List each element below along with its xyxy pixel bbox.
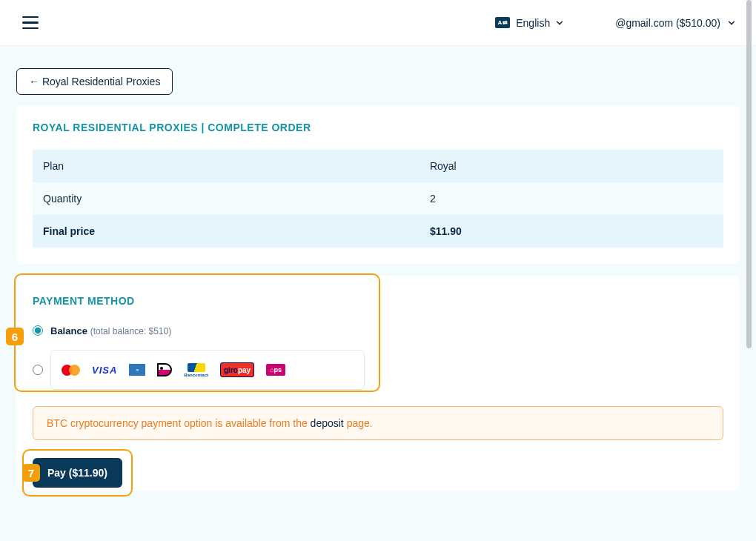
quantity-label: Quantity — [33, 182, 420, 215]
balance-option-label: Balance — [50, 325, 87, 336]
alert-prefix: BTC cryptocurrency payment option is ava… — [47, 417, 311, 429]
vertical-scrollbar[interactable] — [746, 0, 752, 541]
scrollbar-thumb[interactable] — [746, 0, 752, 348]
card-radio[interactable] — [33, 365, 43, 375]
page-body: ← Royal Residential Proxies ROYAL RESIDE… — [0, 46, 756, 491]
alert-suffix: page. — [344, 417, 373, 429]
back-button[interactable]: ← Royal Residential Proxies — [16, 68, 173, 95]
balance-option-sub: (total balance: $510) — [90, 326, 171, 336]
eps-icon: ⌂ps — [266, 364, 285, 376]
deposit-link[interactable]: deposit — [311, 417, 344, 429]
account-menu[interactable]: @gmail.com ($510.00) — [615, 17, 735, 29]
table-row: Final price $11.90 — [33, 215, 723, 248]
annotation-badge-7: 7 — [22, 464, 40, 482]
account-label: @gmail.com ($510.00) — [615, 17, 720, 29]
payment-method-card: 6 PAYMENT METHOD Balance (total balance:… — [16, 276, 740, 491]
table-row: Quantity 2 — [33, 182, 723, 215]
language-label: English — [516, 17, 550, 29]
table-row: Plan Royal — [33, 150, 723, 182]
amex-icon: ≡ — [129, 364, 145, 376]
balance-radio[interactable] — [33, 325, 43, 336]
top-bar: A⇄ English @gmail.com ($510.00) — [0, 0, 756, 46]
crypto-alert: BTC cryptocurrency payment option is ava… — [33, 406, 723, 440]
mastercard-icon — [62, 362, 80, 377]
plan-label: Plan — [33, 150, 420, 182]
order-card-title: ROYAL RESIDENTIAL PROXIES | COMPLETE ORD… — [33, 122, 723, 133]
bancontact-icon: Bancontact — [184, 362, 208, 377]
language-selector[interactable]: A⇄ English — [495, 17, 563, 29]
pay-row: 7 Pay ($11.90) — [33, 458, 122, 488]
annotation-badge-6: 6 — [6, 328, 24, 345]
payment-options: Balance (total balance: $510) VISA ≡ Ban… — [33, 325, 723, 390]
plan-value: Royal — [420, 150, 723, 182]
top-right-group: A⇄ English @gmail.com ($510.00) — [495, 17, 735, 29]
card-option[interactable]: VISA ≡ Bancontact giropay ⌂ps — [33, 350, 365, 390]
giropay-icon: giropay — [220, 362, 254, 377]
payment-method-title: PAYMENT METHOD — [33, 295, 723, 307]
translate-icon: A⇄ — [495, 17, 510, 28]
finalprice-value: $11.90 — [420, 215, 723, 248]
pay-button[interactable]: Pay ($11.90) — [33, 458, 122, 488]
chevron-down-icon — [728, 19, 735, 27]
balance-option[interactable]: Balance (total balance: $510) — [33, 325, 723, 336]
card-methods-box: VISA ≡ Bancontact giropay ⌂ps — [50, 350, 365, 390]
order-table: Plan Royal Quantity 2 Final price $11.90 — [33, 150, 723, 248]
finalprice-label: Final price — [33, 215, 420, 248]
quantity-value: 2 — [420, 182, 723, 215]
menu-button[interactable] — [22, 16, 39, 30]
ideal-icon — [157, 362, 172, 377]
visa-icon: VISA — [92, 362, 117, 377]
order-card: ROYAL RESIDENTIAL PROXIES | COMPLETE ORD… — [16, 105, 740, 264]
chevron-down-icon — [556, 19, 563, 27]
